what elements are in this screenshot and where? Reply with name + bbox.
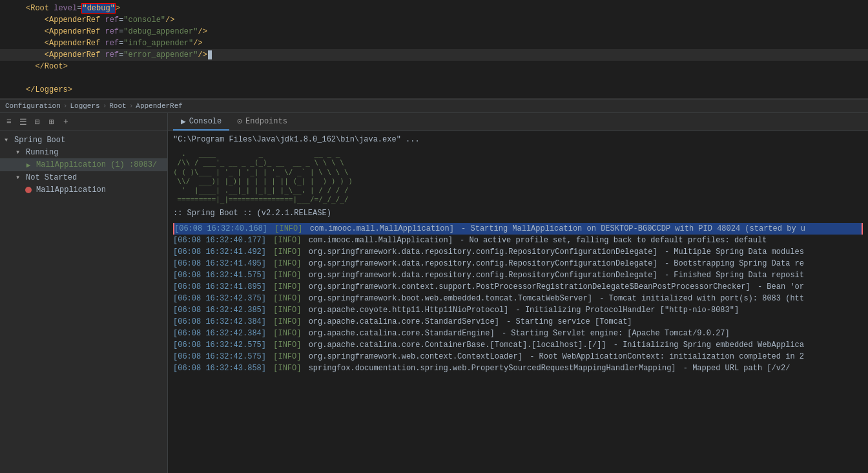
- log-class: org.apache.catalina.core.StandardService…: [309, 316, 504, 328]
- log-level: [INFO]: [274, 223, 307, 235]
- log-class: com.imooc.mall.MallApplication]: [310, 223, 459, 235]
- log-level: [INFO]: [273, 351, 305, 363]
- sidebar-running-label: Running: [26, 148, 58, 157]
- log-class: org.apache.coyote.http11.Http11NioProtoc…: [309, 304, 513, 316]
- breadcrumb-root[interactable]: Root: [109, 102, 126, 110]
- editor-line-loggers-close: </Loggers>: [0, 84, 868, 96]
- log-line: [06:08 16:32:42.575] [INFO] org.springfr…: [173, 351, 863, 363]
- editor-line-appender-console: <AppenderRef ref="console" />: [0, 14, 868, 26]
- log-level: [INFO]: [273, 316, 305, 328]
- sidebar-mall-application-not-started-label: MallApplication: [36, 185, 106, 194]
- log-class: org.apache.catalina.core.StandardEngine]: [309, 328, 499, 339]
- console-output[interactable]: "C:\Program Files\Java\jdk1.8.0_162\bin\…: [168, 131, 868, 473]
- main-area: ≡ ☰ ⊟ ⊞ + ▾ Spring Boot ▾ Running ▶ Mall…: [0, 113, 868, 473]
- sidebar: ≡ ☰ ⊟ ⊞ + ▾ Spring Boot ▾ Running ▶ Mall…: [0, 113, 168, 473]
- log-class: org.springframework.context.support.Post…: [309, 281, 755, 293]
- spring-boot-version: :: Spring Boot :: (v2.2.1.RELEASE): [173, 207, 863, 219]
- log-timestamp: [06:08 16:32:41.495]: [173, 258, 271, 269]
- log-class: springfox.documentation.spring.web.Prope…: [309, 363, 681, 374]
- log-timestamp: [06:08 16:32:42.375]: [173, 293, 271, 304]
- log-msg: - Initializing Spring embedded WebApplic…: [614, 339, 804, 351]
- expand-all-icon[interactable]: ⊞: [46, 117, 57, 127]
- log-class: com.imooc.mall.MallApplication]: [309, 235, 457, 246]
- log-level: [INFO]: [273, 328, 305, 339]
- editor-line-root-open: <Root level="debug" >: [0, 3, 868, 14]
- add-icon[interactable]: +: [61, 117, 71, 127]
- log-timestamp: [06:08 16:32:43.858]: [173, 363, 271, 374]
- log-timestamp: [06:08 16:32:41.492]: [173, 246, 271, 258]
- log-class: org.springframework.data.repository.conf…: [309, 258, 662, 269]
- log-msg: - Starting service [Tomcat]: [506, 316, 632, 328]
- log-class: org.springframework.data.repository.conf…: [309, 246, 662, 258]
- sidebar-section-running[interactable]: ▾ Running: [0, 146, 167, 158]
- tab-console-label: Console: [189, 117, 222, 126]
- play-icon: ▶: [23, 160, 34, 170]
- sidebar-item-mall-application-not-started[interactable]: MallApplication: [0, 184, 167, 196]
- tab-endpoints-label: Endpoints: [245, 117, 287, 126]
- log-line: [06:08 16:32:41.492] [INFO] org.springfr…: [173, 246, 863, 258]
- breadcrumb-appenderref[interactable]: AppenderRef: [136, 102, 183, 110]
- log-timestamp: [06:08 16:32:42.575]: [173, 339, 271, 351]
- log-line: [06:08 16:32:40.177] [INFO] com.imooc.ma…: [173, 235, 863, 246]
- log-timestamp: [06:08 16:32:40.177]: [173, 235, 271, 246]
- expand-icon: ▾: [4, 135, 13, 145]
- editor-line-empty: [0, 72, 868, 84]
- text-cursor: [208, 50, 212, 59]
- log-timestamp: [06:08 16:32:42.575]: [173, 351, 271, 363]
- editor-line-root-close: </Root>: [0, 61, 868, 72]
- log-line: [06:08 16:32:43.858] [INFO] springfox.do…: [173, 363, 863, 374]
- sidebar-toolbar: ≡ ☰ ⊟ ⊞ +: [0, 113, 167, 131]
- log-level: [INFO]: [273, 269, 305, 281]
- log-line: [06:08 16:32:42.384] [INFO] org.apache.c…: [173, 328, 863, 339]
- console-cmd-line: "C:\Program Files\Java\jdk1.8.0_162\bin\…: [173, 134, 863, 145]
- expand-not-started-icon: ▾: [16, 173, 25, 182]
- filter-icon[interactable]: ≡: [4, 117, 14, 127]
- log-class: org.springframework.data.repository.conf…: [309, 269, 662, 281]
- group-icon[interactable]: ☰: [18, 117, 28, 127]
- sidebar-item-mall-application-running[interactable]: ▶ MallApplication (1) :8083/: [0, 158, 167, 171]
- sidebar-not-started-label: Not Started: [26, 173, 77, 182]
- log-timestamp: [06:08 16:32:40.168]: [174, 223, 272, 235]
- sidebar-group-spring-boot[interactable]: ▾ Spring Boot: [0, 134, 167, 146]
- log-msg: - No active profile set, falling back to…: [460, 235, 767, 246]
- log-line: [06:08 16:32:40.168] [INFO] com.imooc.ma…: [173, 223, 863, 235]
- endpoints-tab-icon: ⊙: [237, 116, 242, 127]
- cmd-line-text: "C:\Program Files\Java\jdk1.8.0_162\bin\…: [173, 135, 420, 144]
- log-timestamp: [06:08 16:32:41.895]: [173, 281, 271, 293]
- log-msg: - Tomcat initialized with port(s): 8083 …: [599, 293, 804, 304]
- log-line: [06:08 16:32:42.385] [INFO] org.apache.c…: [173, 304, 863, 316]
- log-level: [INFO]: [273, 339, 305, 351]
- collapse-icon[interactable]: ⊟: [32, 117, 43, 127]
- tab-console[interactable]: ▶ Console: [173, 114, 229, 131]
- log-msg: - Bean 'or: [758, 281, 804, 293]
- log-level: [INFO]: [273, 281, 305, 293]
- log-line: [06:08 16:32:42.575] [INFO] org.apache.c…: [173, 339, 863, 351]
- log-level: [INFO]: [273, 363, 305, 374]
- log-timestamp: [06:08 16:32:41.575]: [173, 269, 271, 281]
- log-msg: - Starting MallApplication on DESKTOP-BG…: [461, 223, 805, 235]
- log-line: [06:08 16:32:41.495] [INFO] org.springfr…: [173, 258, 863, 269]
- tab-endpoints[interactable]: ⊙ Endpoints: [229, 114, 295, 131]
- log-msg: - Starting Servlet engine: [Apache Tomca…: [502, 328, 730, 339]
- breadcrumb: Configuration › Loggers › Root › Appende…: [0, 99, 868, 113]
- log-level: [INFO]: [273, 246, 305, 258]
- log-level: [INFO]: [273, 304, 305, 316]
- breadcrumb-loggers[interactable]: Loggers: [70, 102, 99, 110]
- log-level: [INFO]: [273, 235, 305, 246]
- console-tabs: ▶ Console ⊙ Endpoints: [168, 113, 868, 131]
- expand-running-icon: ▾: [16, 147, 25, 157]
- spring-boot-logo: . ____ _ __ _ _ /\\ / ___'_ __ _ _(_)_ _…: [173, 149, 863, 205]
- sidebar-content: ▾ Spring Boot ▾ Running ▶ MallApplicatio…: [0, 131, 167, 473]
- log-container: [06:08 16:32:40.168] [INFO] com.imooc.ma…: [173, 223, 863, 374]
- sidebar-mall-application-running-label: MallApplication (1) :8083/: [36, 160, 157, 169]
- sidebar-section-not-started[interactable]: ▾ Not Started: [0, 171, 167, 184]
- log-line: [06:08 16:32:42.384] [INFO] org.apache.c…: [173, 316, 863, 328]
- breadcrumb-configuration[interactable]: Configuration: [5, 102, 61, 110]
- log-line: [06:08 16:32:41.895] [INFO] org.springfr…: [173, 281, 863, 293]
- editor-line-appender-error: <AppenderRef ref="error_appender" />: [0, 49, 868, 61]
- log-level: [INFO]: [273, 293, 305, 304]
- app-dot-icon: [23, 185, 34, 195]
- log-msg: - Mapped URL path [/v2/: [683, 363, 790, 374]
- log-line: [06:08 16:32:42.375] [INFO] org.springfr…: [173, 293, 863, 304]
- log-msg: - Root WebApplicationContext: initializa…: [530, 351, 804, 363]
